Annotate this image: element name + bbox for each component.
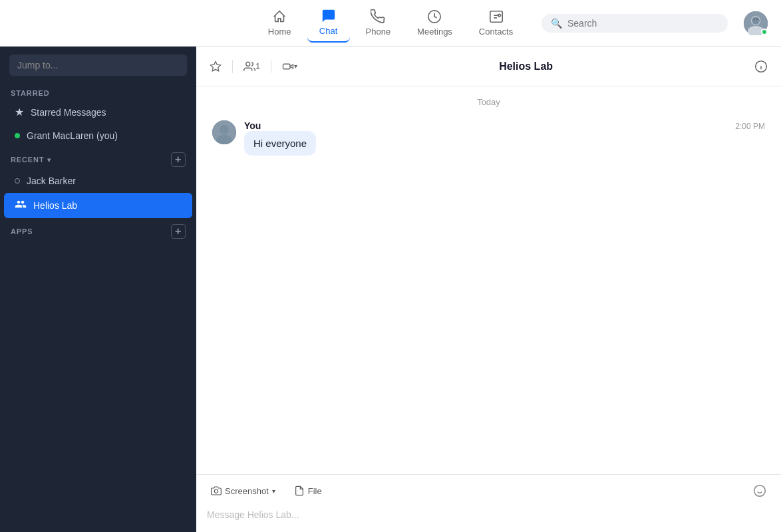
info-icon	[754, 60, 768, 73]
svg-point-2	[498, 14, 500, 17]
jump-to-input[interactable]	[9, 55, 187, 76]
video-chevron: ▾	[294, 63, 297, 70]
svg-point-20	[754, 485, 766, 497]
sender-avatar-image	[212, 120, 236, 144]
message-meta-row: You 2:00 PM	[244, 120, 765, 131]
screenshot-chevron: ▾	[272, 487, 275, 495]
sidebar-item-jack-barker[interactable]: Jack Barker	[4, 170, 192, 192]
phone-icon	[371, 9, 385, 24]
file-icon	[294, 485, 305, 496]
sidebar-item-starred-messages[interactable]: ★ Starred Messages	[4, 100, 192, 124]
chat-area: 1 ▾ Helios Lab	[196, 47, 781, 532]
screenshot-button[interactable]: Screenshot ▾	[207, 483, 279, 499]
video-icon	[282, 61, 294, 72]
participants-count: 1	[255, 61, 260, 71]
nav-label-chat: Chat	[319, 26, 337, 36]
section-label-starred: STARRED	[0, 84, 196, 100]
chat-messages: Today You 2:00 PM Hi everyone	[196, 86, 781, 474]
file-button[interactable]: File	[290, 483, 326, 499]
file-label: File	[308, 486, 322, 496]
avatar-status-dot	[761, 29, 768, 35]
header-separator	[232, 60, 233, 73]
recent-section-title: RECENT	[11, 156, 45, 164]
svg-point-10	[246, 62, 250, 66]
sidebar-item-grant-maclaren[interactable]: Grant MacLaren (you)	[4, 125, 192, 146]
chevron-down-icon: ▾	[47, 156, 51, 164]
people-icon	[243, 61, 255, 72]
online-status-dot	[15, 133, 20, 138]
nav-label-meetings: Meetings	[417, 27, 452, 37]
header-separator-2	[271, 60, 271, 73]
svg-point-7	[754, 19, 755, 20]
svg-point-17	[220, 125, 229, 134]
message-input[interactable]	[207, 507, 770, 523]
info-button[interactable]	[752, 57, 770, 76]
starred-messages-label: Starred Messages	[31, 107, 182, 118]
message-avatar	[212, 120, 236, 144]
screenshot-icon	[211, 485, 222, 496]
search-area: 🔍	[542, 14, 728, 33]
header-right	[752, 57, 770, 76]
group-icon	[15, 198, 27, 213]
date-label: Today	[212, 97, 765, 107]
offline-status-dot	[15, 178, 20, 184]
svg-point-19	[214, 489, 218, 493]
section-label-apps: APPS +	[0, 219, 196, 241]
top-navigation: Home Chat Phone Meetings	[0, 0, 781, 47]
screenshot-label: Screenshot	[225, 486, 269, 496]
svg-point-6	[752, 17, 760, 25]
message-content: You 2:00 PM Hi everyone	[244, 120, 765, 156]
search-input[interactable]	[567, 18, 718, 29]
svg-marker-9	[211, 61, 221, 70]
message-sender: You	[244, 120, 261, 131]
svg-rect-11	[283, 64, 291, 69]
svg-point-8	[756, 19, 758, 20]
starred-section-title: STARRED	[11, 89, 50, 97]
nav-label-phone: Phone	[366, 27, 391, 37]
main-area: STARRED ★ Starred Messages Grant MacLare…	[0, 47, 781, 532]
search-input-wrap: 🔍	[542, 14, 728, 33]
nav-items: Home Chat Phone Meetings	[257, 3, 524, 43]
emoji-icon	[753, 484, 766, 497]
message-time: 2:00 PM	[735, 122, 765, 131]
star-icon	[210, 61, 222, 72]
message-row: You 2:00 PM Hi everyone	[212, 120, 765, 156]
helios-lab-label: Helios Lab	[33, 200, 182, 211]
avatar[interactable]	[744, 11, 768, 35]
add-apps-button[interactable]: +	[171, 224, 186, 239]
sidebar-search	[0, 47, 196, 84]
sidebar-item-helios-lab[interactable]: Helios Lab	[4, 193, 192, 218]
video-button[interactable]: ▾	[279, 58, 300, 75]
grant-maclaren-label: Grant MacLaren (you)	[27, 130, 182, 141]
participants-button[interactable]: 1	[241, 58, 263, 75]
add-recent-button[interactable]: +	[171, 152, 186, 167]
message-bubble: Hi everyone	[244, 131, 316, 156]
search-icon: 🔍	[551, 18, 562, 29]
star-icon: ★	[15, 106, 24, 118]
meetings-icon	[427, 9, 442, 24]
star-button[interactable]	[207, 58, 224, 75]
section-label-recent: RECENT ▾ +	[0, 147, 196, 170]
apps-section-title: APPS	[11, 227, 33, 235]
nav-item-meetings[interactable]: Meetings	[406, 4, 463, 42]
input-toolbar: Screenshot ▾ File	[207, 481, 770, 500]
home-icon	[272, 9, 287, 24]
recent-title-wrap[interactable]: RECENT ▾	[11, 156, 51, 164]
nav-item-contacts[interactable]: Contacts	[468, 4, 524, 42]
nav-label-home: Home	[268, 27, 291, 37]
nav-item-phone[interactable]: Phone	[355, 4, 402, 42]
chat-title: Helios Lab	[300, 61, 752, 72]
jack-barker-label: Jack Barker	[27, 176, 182, 186]
chat-header: 1 ▾ Helios Lab	[196, 47, 781, 86]
chat-input-area: Screenshot ▾ File	[196, 474, 781, 532]
emoji-button[interactable]	[749, 481, 770, 500]
nav-label-contacts: Contacts	[479, 27, 513, 37]
nav-item-chat[interactable]: Chat	[307, 3, 350, 43]
header-actions: 1 ▾	[207, 58, 300, 75]
chat-icon	[321, 9, 336, 23]
sidebar: STARRED ★ Starred Messages Grant MacLare…	[0, 47, 196, 532]
nav-item-home[interactable]: Home	[257, 4, 302, 42]
contacts-icon	[489, 9, 504, 24]
user-avatar-container	[744, 11, 768, 35]
